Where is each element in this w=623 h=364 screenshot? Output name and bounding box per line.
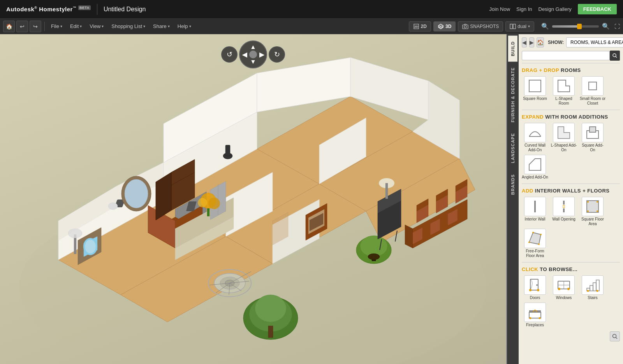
svg-rect-106 — [563, 201, 565, 205]
bottom-search-button[interactable] — [610, 331, 620, 341]
panel-content: ◀ ▶ 🏠 SHOW: ROOMS, WALLS & AREAS — [519, 34, 623, 364]
square-addon-item[interactable]: Square Add-On — [579, 123, 606, 152]
fireplaces-label: Fireplaces — [526, 323, 544, 327]
stairs-icon — [585, 277, 600, 293]
nav-center — [249, 51, 257, 58]
lshaped-addon-icon — [556, 125, 572, 140]
angled-addon-item[interactable]: Angled Add-On — [522, 155, 548, 180]
sign-in-link[interactable]: Sign In — [516, 6, 532, 12]
join-now-link[interactable]: Join Now — [489, 6, 510, 12]
top-bar: Autodesk® Homestyler™ BETA Untitled Desi… — [0, 0, 623, 19]
svg-rect-105 — [534, 201, 536, 212]
angled-addon-icon-box — [524, 155, 546, 174]
share-menu[interactable]: Share ▾ — [150, 22, 173, 31]
home-button[interactable]: 🏠 — [3, 21, 15, 32]
panel-divider-2 — [522, 110, 620, 110]
viewport[interactable]: ↺ ▲ ▼ ◀ ▶ ↻ — [0, 34, 506, 364]
view-mode-controls: 2D 2D 3D 3D SNAPSHOTS — [409, 21, 620, 32]
curved-wall-icon — [527, 125, 543, 140]
angled-addon-label: Angled Add-On — [522, 175, 548, 180]
svg-text:2D: 2D — [414, 25, 418, 28]
svg-rect-108 — [563, 205, 565, 208]
view-menu[interactable]: View ▾ — [86, 22, 107, 31]
windows-icon-box — [553, 275, 575, 295]
svg-point-42 — [108, 203, 118, 210]
panel-home-button[interactable]: 🏠 — [537, 37, 544, 47]
svg-rect-80 — [225, 145, 230, 156]
fullscreen-button[interactable]: ⛶ — [614, 23, 620, 30]
feedback-button[interactable]: FEEDBACK — [578, 4, 617, 14]
small-room-item[interactable]: Small Room or Closet — [579, 76, 606, 106]
svg-line-139 — [616, 338, 618, 339]
pan-right-button[interactable]: ▶ — [259, 51, 264, 58]
lshaped-room-icon-box — [553, 76, 575, 96]
help-menu[interactable]: Help ▾ — [174, 22, 194, 31]
navigation-overlay: ↺ ▲ ▼ ◀ ▶ ↻ — [221, 40, 285, 68]
design-gallery-link[interactable]: Design Gallery — [539, 6, 572, 12]
pan-left-button[interactable]: ◀ — [242, 51, 247, 58]
freeform-floor-icon — [527, 231, 543, 246]
snapshots-button[interactable]: SNAPSHOTS — [458, 21, 503, 32]
wall-opening-item[interactable]: Wall Opening — [551, 197, 577, 226]
fireplaces-item[interactable]: Fireplaces — [522, 303, 548, 327]
edit-menu[interactable]: Edit ▾ — [67, 22, 85, 31]
pan-down-button[interactable]: ▼ — [250, 58, 256, 65]
svg-point-126 — [558, 288, 560, 290]
doors-item[interactable]: Doors — [522, 275, 548, 300]
svg-point-115 — [528, 242, 530, 243]
mode-3d-button[interactable]: 3D 3D — [433, 21, 456, 32]
rotate-right-button[interactable]: ↻ — [269, 46, 285, 63]
dual-icon — [510, 23, 516, 30]
curved-wall-item[interactable]: Curved Wall Add-On — [522, 123, 548, 152]
lshaped-addon-item[interactable]: L-Shaped Add-On — [551, 123, 577, 152]
square-floor-icon — [585, 199, 600, 214]
wall-opening-label: Wall Opening — [552, 217, 575, 222]
zoom-slider[interactable] — [552, 25, 599, 28]
tab-landscape[interactable]: LANDSCAPE — [508, 128, 517, 168]
square-floor-item[interactable]: Square Floor Area — [579, 197, 606, 226]
redo-button[interactable]: ↪ — [30, 21, 41, 32]
stairs-item[interactable]: Stairs — [579, 275, 606, 300]
file-menu[interactable]: File ▾ — [48, 22, 65, 31]
svg-rect-93 — [385, 183, 388, 199]
panel-back-button[interactable]: ◀ — [522, 37, 527, 47]
svg-point-122 — [537, 289, 539, 291]
tab-build[interactable]: BUILD — [508, 36, 517, 62]
svg-point-132 — [587, 290, 589, 292]
undo-button[interactable]: ↩ — [16, 21, 28, 32]
svg-text:3D: 3D — [439, 25, 443, 28]
zoom-thumb[interactable] — [577, 24, 582, 29]
svg-point-136 — [530, 317, 531, 319]
zoom-out-button[interactable]: 🔍 — [540, 23, 551, 30]
svg-point-5 — [464, 26, 466, 28]
project-title: Untitled Design — [104, 6, 146, 13]
logo-title-divider — [97, 4, 97, 15]
interior-wall-item[interactable]: Interior Wall — [522, 197, 548, 226]
svg-rect-103 — [590, 127, 596, 132]
zoom-in-button[interactable]: 🔍 — [600, 23, 611, 30]
tab-furnish-decorate[interactable]: FURNISH & DECORATE — [508, 62, 517, 128]
interior-wall-icon — [527, 199, 543, 214]
show-select[interactable]: ROOMS, WALLS & AREAS — [566, 37, 623, 47]
svg-rect-131 — [596, 280, 599, 291]
dual-button[interactable]: dual ▾ — [505, 21, 534, 32]
square-room-item[interactable]: Square Room — [522, 76, 548, 106]
windows-item[interactable]: Windows — [551, 275, 577, 300]
freeform-floor-item[interactable]: Free-Form Floor Area — [522, 229, 548, 258]
svg-rect-129 — [590, 285, 593, 291]
panel-search-input[interactable] — [525, 51, 608, 60]
panel-search-button[interactable] — [610, 51, 620, 61]
panel-forward-button[interactable]: ▶ — [529, 37, 534, 47]
curved-wall-label: Curved Wall Add-On — [522, 143, 548, 152]
zoom-controls: 🔍 🔍 ⛶ — [540, 23, 620, 30]
rotate-left-button[interactable]: ↺ — [221, 46, 238, 63]
tab-brands[interactable]: BRANDS — [508, 169, 517, 200]
svg-point-41 — [125, 179, 148, 208]
mode-2d-button[interactable]: 2D 2D — [409, 21, 431, 32]
shopping-list-menu[interactable]: Shopping List ▾ — [108, 22, 148, 31]
svg-point-116 — [532, 232, 534, 233]
pan-up-button[interactable]: ▲ — [250, 44, 256, 51]
curved-wall-icon-box — [524, 123, 546, 142]
fireplaces-icon-box — [524, 303, 546, 322]
lshaped-room-item[interactable]: L-Shaped Room — [551, 76, 577, 106]
